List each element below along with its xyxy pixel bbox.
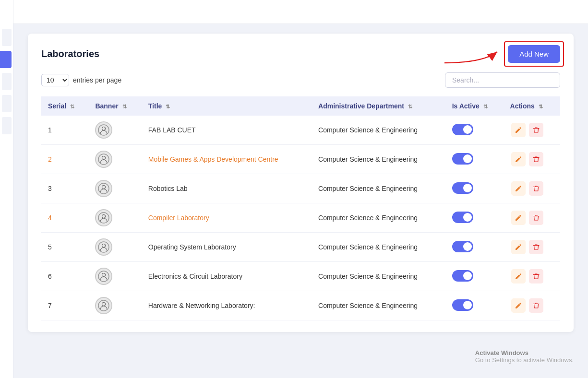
cell-serial: 7 (41, 291, 88, 320)
entries-per-page-select[interactable]: 10 25 50 100 (41, 74, 69, 86)
cell-serial: 2 (41, 145, 88, 174)
cell-banner (88, 174, 141, 203)
cell-is-active (445, 145, 504, 174)
avatar (95, 151, 112, 168)
col-is-active[interactable]: Is Active ⇅ (445, 96, 504, 116)
sort-icon-serial: ⇅ (70, 104, 74, 110)
toggle-slider (452, 212, 473, 223)
cell-actions (504, 291, 560, 320)
col-banner[interactable]: Banner ⇅ (88, 96, 141, 116)
cell-is-active (445, 116, 504, 145)
cell-serial: 6 (41, 262, 88, 291)
avatar (95, 297, 112, 314)
table-wrapper: Serial ⇅ Banner ⇅ Title ⇅ Administrati (41, 96, 560, 320)
controls-row: 10 25 50 100 entries per page (41, 72, 560, 88)
sidebar-item-active[interactable] (0, 51, 12, 68)
delete-button[interactable] (529, 152, 543, 166)
delete-button[interactable] (529, 123, 543, 137)
cell-actions (504, 203, 560, 233)
add-new-button[interactable]: Add New (508, 45, 560, 63)
table-row: 6 Electronics & Circuit LaboratoryComput… (41, 262, 560, 291)
toggle-active[interactable] (452, 212, 473, 223)
table-row: 3 Robotics LabComputer Science & Enginee… (41, 174, 560, 203)
toggle-active[interactable] (452, 182, 473, 194)
col-admin-dept[interactable]: Administrative Department ⇅ (312, 96, 445, 116)
avatar (95, 121, 112, 139)
title-text: Robotics Lab (148, 185, 188, 192)
title-text: Hardware & Networking Laboratory: (148, 302, 255, 309)
cell-dept: Computer Science & Engineering (312, 174, 445, 203)
cell-serial: 5 (41, 233, 88, 262)
cell-title: Operating System Laboratory (142, 233, 312, 262)
table-row: 7 Hardware & Networking Laboratory:Compu… (41, 291, 560, 320)
title-link[interactable]: Mobile Games & Apps Development Centre (148, 155, 278, 163)
sidebar-item-3[interactable] (2, 73, 12, 90)
cell-actions (504, 116, 560, 145)
cell-banner (88, 291, 141, 320)
cell-is-active (445, 233, 504, 262)
sort-icon-active: ⇅ (483, 104, 488, 110)
cell-actions (504, 145, 560, 174)
cell-title: Electronics & Circuit Laboratory (142, 262, 312, 291)
edit-button[interactable] (511, 298, 526, 313)
title-link[interactable]: Compiler Laboratory (148, 214, 209, 222)
delete-button[interactable] (529, 298, 543, 313)
title-text: Electronics & Circuit Laboratory (148, 272, 242, 280)
cell-dept: Computer Science & Engineering (312, 203, 445, 233)
toggle-active[interactable] (452, 241, 473, 252)
toggle-active[interactable] (452, 153, 473, 165)
toggle-slider (452, 299, 473, 311)
laboratories-table: Serial ⇅ Banner ⇅ Title ⇅ Administrati (41, 96, 560, 320)
toggle-active[interactable] (452, 299, 473, 311)
sidebar-item-5[interactable] (2, 117, 12, 134)
cell-actions (504, 262, 560, 291)
delete-button[interactable] (529, 181, 543, 196)
title-text: FAB LAB CUET (148, 126, 196, 134)
edit-button[interactable] (511, 152, 526, 166)
table-row: 5 Operating System LaboratoryComputer Sc… (41, 233, 560, 262)
search-input[interactable] (445, 72, 560, 88)
delete-button[interactable] (529, 269, 543, 284)
main-content: Laboratories Add New (13, 0, 588, 378)
sort-icon-banner: ⇅ (122, 104, 127, 110)
annotation-arrow (444, 40, 502, 64)
sidebar-item-1[interactable] (2, 29, 12, 46)
cell-actions (504, 233, 560, 262)
cell-title: Compiler Laboratory (142, 203, 312, 233)
cell-banner (88, 233, 141, 262)
table-row: 4 Compiler LaboratoryComputer Science & … (41, 203, 560, 233)
delete-button[interactable] (529, 211, 543, 225)
cell-title: Hardware & Networking Laboratory: (142, 291, 312, 320)
cell-serial: 4 (41, 203, 88, 233)
edit-button[interactable] (511, 240, 526, 254)
cell-banner (88, 116, 141, 145)
cell-is-active (445, 262, 504, 291)
toggle-active[interactable] (452, 270, 473, 282)
col-serial[interactable]: Serial ⇅ (41, 96, 88, 116)
laboratories-card: Laboratories Add New (28, 34, 574, 332)
sidebar (0, 0, 13, 378)
cell-banner (88, 203, 141, 233)
cell-dept: Computer Science & Engineering (312, 116, 445, 145)
avatar (95, 268, 112, 285)
top-header (13, 0, 588, 24)
sidebar-item-4[interactable] (2, 95, 12, 112)
table-row: 2 Mobile Games & Apps Development Centre… (41, 145, 560, 174)
entries-per-page-label: entries per page (73, 76, 121, 84)
col-title[interactable]: Title ⇅ (142, 96, 312, 116)
edit-button[interactable] (511, 181, 526, 196)
avatar (95, 180, 112, 197)
edit-button[interactable] (511, 211, 526, 225)
cell-banner (88, 262, 141, 291)
cell-title: FAB LAB CUET (142, 116, 312, 145)
delete-button[interactable] (529, 240, 543, 254)
avatar (95, 238, 112, 256)
cell-is-active (445, 174, 504, 203)
toggle-active[interactable] (452, 124, 473, 135)
cell-dept: Computer Science & Engineering (312, 262, 445, 291)
edit-button[interactable] (511, 269, 526, 284)
title-text: Operating System Laboratory (148, 243, 236, 251)
edit-button[interactable] (511, 123, 526, 137)
col-actions[interactable]: Actions ⇅ (504, 96, 560, 116)
table-row: 1 FAB LAB CUETComputer Science & Enginee… (41, 116, 560, 145)
